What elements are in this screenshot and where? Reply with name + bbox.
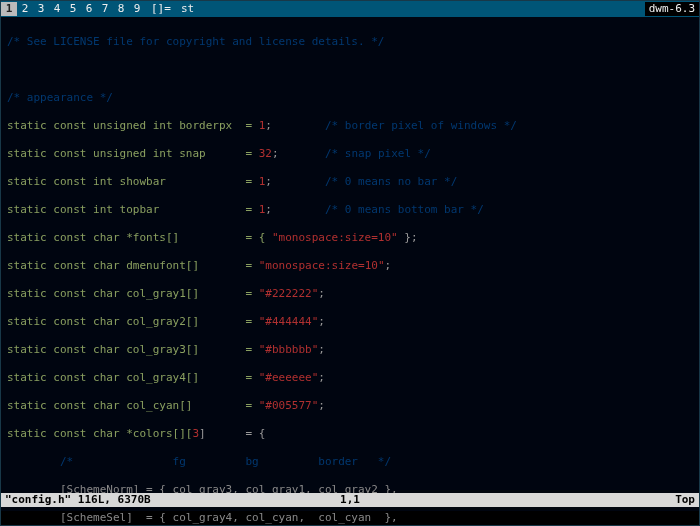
comment: /* appearance */ xyxy=(7,91,113,104)
tag-3[interactable]: 3 xyxy=(33,2,49,16)
tag-4[interactable]: 4 xyxy=(49,2,65,16)
tag-7[interactable]: 7 xyxy=(97,2,113,16)
window-title: st xyxy=(177,2,645,16)
tag-9[interactable]: 9 xyxy=(129,2,145,16)
tag-8[interactable]: 8 xyxy=(113,2,129,16)
tag-1[interactable]: 1 xyxy=(1,2,17,16)
status-file: "config.h" 116L, 6370B xyxy=(5,493,151,507)
status-scroll: Top xyxy=(675,493,695,507)
tag-5[interactable]: 5 xyxy=(65,2,81,16)
wm-name: dwm-6.3 xyxy=(645,2,699,16)
layout-symbol[interactable]: []= xyxy=(145,2,177,16)
status-bar: 1 2 3 4 5 6 7 8 9 []= st dwm-6.3 xyxy=(1,1,699,17)
tag-list: 1 2 3 4 5 6 7 8 9 xyxy=(1,2,145,16)
tag-6[interactable]: 6 xyxy=(81,2,97,16)
comment: /* See LICENSE file for copyright and li… xyxy=(7,35,385,48)
tag-2[interactable]: 2 xyxy=(17,2,33,16)
editor-viewport[interactable]: /* See LICENSE file for copyright and li… xyxy=(1,17,699,511)
status-position: 1,1 xyxy=(340,493,360,507)
vim-status-line: "config.h" 116L, 6370B 1,1 Top xyxy=(1,493,699,507)
